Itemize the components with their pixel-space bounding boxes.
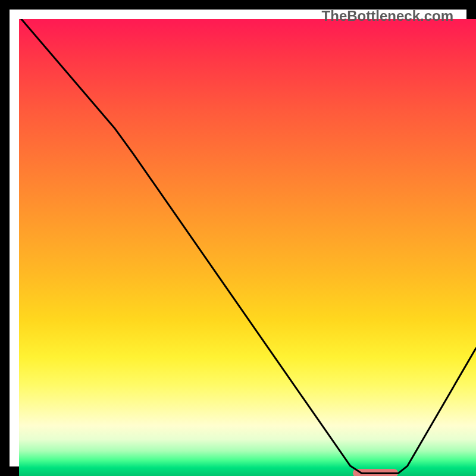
bottleneck-curve <box>19 19 476 476</box>
plot-area <box>19 19 476 476</box>
watermark-text: TheBottleneck.com <box>322 8 453 24</box>
chart-frame: TheBottleneck.com <box>0 0 476 476</box>
